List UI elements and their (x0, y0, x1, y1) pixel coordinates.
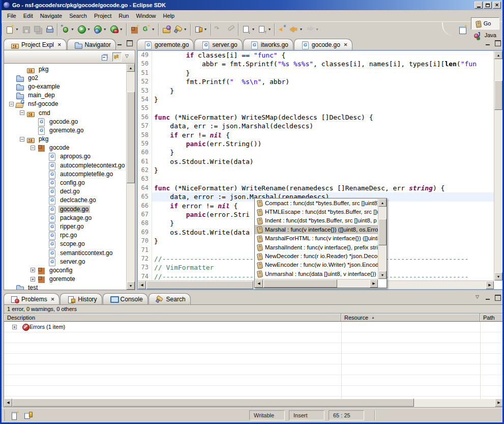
problems-view-menu-button[interactable] (475, 294, 482, 301)
debug-button[interactable]: ▼ (60, 24, 76, 35)
dropdown-arrow-icon[interactable]: ▼ (120, 27, 123, 31)
completion-item[interactable]: MarshalForHTML : func(v interface{}) ([]… (255, 234, 378, 243)
editor-tab-server-go[interactable]: server.go (194, 39, 242, 50)
tree-item[interactable]: config.go (4, 178, 126, 187)
code-line[interactable]: 53 } (138, 87, 494, 95)
explorer-maximize-button[interactable] (126, 40, 133, 46)
scroll-right-arrow-icon[interactable]: ▶ (370, 279, 378, 288)
dropdown-arrow-icon[interactable]: ▼ (268, 27, 271, 31)
close-icon[interactable]: ✕ (344, 42, 348, 47)
tree-item[interactable]: −nsf-gocode (4, 100, 126, 108)
menu-run[interactable]: Run (115, 11, 132, 20)
tab-project-expl[interactable]: Project Expl✕ (4, 39, 67, 50)
dropdown-arrow-icon[interactable]: ▼ (87, 27, 91, 31)
scroll-left-arrow-icon[interactable]: ◀ (138, 281, 146, 289)
menu-edit[interactable]: Edit (20, 11, 37, 20)
close-icon[interactable]: ✕ (51, 297, 55, 302)
dropdown-arrow-icon[interactable]: ▼ (103, 27, 107, 31)
scroll-right-arrow-icon[interactable]: ▶ (486, 281, 494, 289)
scroll-left-arrow-icon[interactable]: ◀ (255, 279, 263, 288)
scrollbar-thumb[interactable] (146, 281, 253, 289)
title-bar[interactable]: Go - nsf-gocode/src/pkg/gocode/gocode.go… (2, 0, 502, 10)
search-flashlight-button[interactable]: ▼ (172, 24, 189, 35)
menu-search[interactable]: Search (66, 11, 91, 20)
new-wizard-button[interactable]: ▼ (4, 24, 20, 35)
tree-item[interactable]: apropos.go (4, 152, 126, 161)
tree-item[interactable]: pkg (4, 65, 126, 73)
tab-navigator[interactable]: Navigator (67, 39, 116, 50)
problems-maximize-button[interactable] (494, 294, 501, 301)
collapse-all-button[interactable] (101, 52, 110, 62)
tree-item[interactable]: declcache.go (4, 196, 126, 205)
next-annotation-button[interactable]: ▼ (241, 24, 257, 35)
menu-navigate[interactable]: Navigate (37, 11, 66, 20)
tree-expander[interactable]: − (9, 102, 14, 106)
tree-item[interactable]: gocode.go (4, 117, 126, 126)
dropdown-arrow-icon[interactable]: ▼ (71, 27, 74, 31)
tree-item[interactable]: gocode.go (4, 205, 126, 213)
scroll-down-arrow-icon[interactable]: ▼ (494, 272, 502, 280)
annotation-button[interactable]: ▼ (193, 24, 209, 35)
previous-annotation-button[interactable]: ▼ (256, 24, 273, 35)
code-line[interactable]: 56func (*NiceFormatter) WriteSMap(declde… (138, 113, 494, 122)
scroll-down-arrow-icon[interactable]: ▼ (378, 271, 387, 279)
code-line[interactable]: 57 data, err := json.Marshal(decldescs) (138, 122, 494, 130)
tab-history[interactable]: History (60, 293, 102, 304)
tree-item[interactable]: goremote.go (4, 126, 126, 134)
code-line[interactable]: 61 os.Stdout.Write(data) (138, 157, 494, 166)
menu-window[interactable]: Window (132, 11, 159, 20)
minimize-button[interactable] (475, 2, 483, 9)
tab-problems[interactable]: Problems✕ (4, 293, 60, 304)
completion-item[interactable]: NewDecoder : func(r io.Reader) *json.Dec… (255, 251, 378, 260)
tree-expander[interactable]: + (31, 268, 35, 272)
code-line[interactable]: 63 (138, 175, 494, 183)
dropdown-arrow-icon[interactable]: ▼ (204, 27, 207, 31)
code-line[interactable]: 51 } (138, 69, 494, 77)
tree-item[interactable]: −pkg (4, 135, 126, 144)
tree-item[interactable]: +goconfig (4, 266, 126, 274)
menu-file[interactable]: File (4, 11, 20, 20)
tree-item[interactable]: −gocode (4, 144, 126, 152)
scroll-up-arrow-icon[interactable]: ▲ (127, 64, 135, 72)
code-line[interactable]: 62} (138, 166, 494, 175)
scroll-left-arrow-icon[interactable]: ◀ (4, 399, 12, 407)
tree-item[interactable]: autocompletefile.go (4, 169, 126, 178)
tree-item[interactable]: package.go (4, 213, 126, 222)
tree-item[interactable]: −cmd (4, 108, 126, 117)
editor-tab-itworks-go[interactable]: itworks.go (243, 39, 293, 50)
tree-item[interactable]: rpc.go (4, 231, 126, 240)
completion-item[interactable]: HTMLEscape : func(dst *bytes.Buffer, src… (255, 207, 378, 216)
completion-item[interactable]: Marshal : func(v interface{}) ([]uint8, … (255, 225, 378, 234)
dropdown-arrow-icon[interactable]: ▼ (184, 27, 187, 31)
tree-item[interactable]: autocompletecontext.go (4, 161, 126, 169)
profile-button[interactable]: ▼ (108, 24, 125, 35)
tree-item[interactable]: server.go (4, 257, 126, 266)
column-header-description[interactable]: Description (4, 314, 341, 321)
tree-item[interactable]: go2 (4, 73, 126, 82)
scrollbar-thumb[interactable] (127, 92, 135, 183)
tree-expander[interactable]: + (31, 277, 35, 281)
tree-item[interactable]: decl.go (4, 187, 126, 196)
code-line[interactable]: 64func (*NiceFormatter) WriteRename(rena… (138, 184, 494, 192)
scrollbar-thumb[interactable] (494, 80, 502, 110)
explorer-minimize-button[interactable] (116, 40, 124, 46)
restore-view-icon[interactable] (24, 411, 33, 420)
maximize-button[interactable] (484, 2, 492, 9)
tree-item[interactable]: semanticcontext.go (4, 248, 126, 257)
completion-item[interactable]: Indent : func(dst *bytes.Buffer, src []u… (255, 216, 378, 225)
dropdown-arrow-icon[interactable]: ▼ (299, 27, 303, 31)
menu-help[interactable]: Help (160, 11, 179, 20)
new-go-package-button[interactable] (129, 24, 140, 35)
code-line[interactable]: 54} (138, 95, 494, 104)
dropdown-arrow-icon[interactable]: ▼ (15, 27, 19, 31)
column-header-path[interactable]: Path (480, 314, 503, 321)
completion-item[interactable]: Unmarshal : func(data []uint8, v interfa… (255, 269, 378, 278)
run-history-button[interactable]: ▼ (92, 24, 108, 35)
print-button[interactable] (44, 24, 55, 35)
dropdown-arrow-icon[interactable]: ▼ (315, 27, 319, 31)
problems-minimize-button[interactable] (484, 294, 492, 301)
new-go-element-button[interactable]: ▼ (140, 24, 157, 35)
open-resource-button[interactable] (161, 24, 172, 35)
code-line[interactable]: 49 if classes[i] == "func" { (138, 51, 494, 60)
editor-minimize-button[interactable] (484, 40, 492, 46)
